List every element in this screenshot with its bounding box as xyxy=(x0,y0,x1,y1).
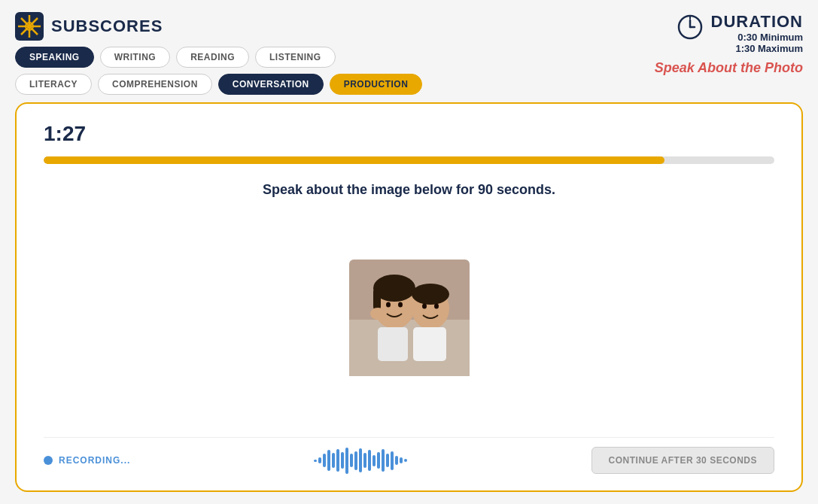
bottom-row: RECORDING... CONTINUE AFTER 30 SECONDS xyxy=(44,437,774,475)
svg-rect-18 xyxy=(378,327,408,361)
waveform-bar xyxy=(314,460,317,462)
duration-max: 1:30 Maximum xyxy=(711,43,803,54)
waveform-bar xyxy=(373,455,376,466)
progress-bar-fill xyxy=(44,156,664,164)
recording-label: RECORDING... xyxy=(59,455,130,466)
tab-production[interactable]: PRODUCTION xyxy=(330,74,423,95)
children-photo xyxy=(349,260,470,376)
brand-title: SUBSCORES xyxy=(51,17,163,36)
tab-listening[interactable]: LISTENING xyxy=(255,47,336,68)
waveform-bar xyxy=(368,450,371,471)
tab-conversation[interactable]: CONVERSATION xyxy=(218,74,324,95)
waveform-bar xyxy=(363,453,366,468)
svg-point-22 xyxy=(434,303,439,308)
waveform-bar xyxy=(391,451,394,470)
recording-dot-icon xyxy=(44,456,53,465)
waveform-bar xyxy=(350,454,353,467)
waveform-bar xyxy=(386,454,389,467)
tab-comprehension[interactable]: COMPREHENSION xyxy=(98,74,212,95)
duration-min: 0:30 Minimum xyxy=(711,32,803,43)
tab-writing[interactable]: WRITING xyxy=(100,47,171,68)
waveform-bar xyxy=(341,452,344,469)
brand-logo-icon xyxy=(15,12,44,41)
waveform-bar xyxy=(336,449,339,472)
svg-point-21 xyxy=(422,303,427,308)
timer-display: 1:27 xyxy=(44,122,774,146)
header: SUBSCORES SPEAKING WRITING READING LISTE… xyxy=(15,12,803,95)
progress-bar-container xyxy=(44,156,774,164)
waveform-bar xyxy=(382,449,385,472)
waveform-bar xyxy=(404,459,407,462)
duration-title: DURATION xyxy=(711,12,803,32)
waveform-bar xyxy=(323,454,326,467)
svg-rect-14 xyxy=(373,288,381,311)
tab-literacy[interactable]: LITERACY xyxy=(15,74,92,95)
waveform-bar xyxy=(359,448,362,472)
duration-panel: DURATION 0:30 Minimum 1:30 Maximum xyxy=(677,12,803,54)
header-left: SUBSCORES SPEAKING WRITING READING LISTE… xyxy=(15,12,422,95)
recording-indicator: RECORDING... xyxy=(44,455,130,466)
instruction-text: Speak about the image below for 90 secon… xyxy=(44,182,774,198)
tab-row-2: LITERACY COMPREHENSION CONVERSATION PROD… xyxy=(15,74,422,95)
waveform-bar xyxy=(400,457,403,463)
waveform-bar xyxy=(395,456,398,465)
tab-row-1: SPEAKING WRITING READING LISTENING xyxy=(15,47,422,68)
svg-point-17 xyxy=(370,308,385,320)
tab-reading[interactable]: READING xyxy=(176,47,249,68)
svg-rect-11 xyxy=(349,320,470,376)
waveform-bar xyxy=(377,452,380,469)
waveform-bar xyxy=(345,448,348,474)
brand: SUBSCORES xyxy=(15,12,422,41)
duration-text: DURATION 0:30 Minimum 1:30 Maximum xyxy=(711,12,803,54)
continue-after-button[interactable]: CONTINUE AFTER 30 SECONDS xyxy=(591,447,774,474)
speak-about-label: Speak About the Photo xyxy=(655,60,803,76)
svg-point-15 xyxy=(386,302,391,307)
svg-point-20 xyxy=(412,284,449,305)
waveform-bar xyxy=(318,457,321,463)
waveform-bar xyxy=(327,450,330,471)
waveform-bar xyxy=(354,451,357,470)
waveform xyxy=(314,445,407,475)
svg-point-16 xyxy=(398,302,403,307)
clock-icon xyxy=(677,14,704,41)
image-container xyxy=(44,213,774,422)
svg-rect-23 xyxy=(413,327,446,361)
waveform-bar xyxy=(332,453,335,468)
tab-speaking[interactable]: SPEAKING xyxy=(15,47,94,68)
main-card: 1:27 Speak about the image below for 90 … xyxy=(15,102,803,492)
header-right: DURATION 0:30 Minimum 1:30 Maximum Speak… xyxy=(655,12,803,76)
